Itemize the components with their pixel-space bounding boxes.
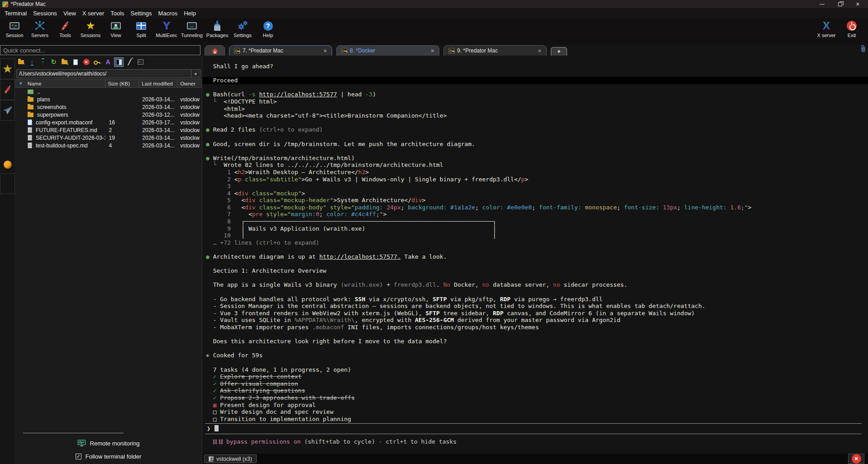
gear-icon bbox=[237, 20, 248, 32]
panel-toggle-icon[interactable] bbox=[114, 58, 123, 66]
window-title: *Predator Mac bbox=[11, 1, 46, 7]
packages-button[interactable]: Packages bbox=[205, 20, 230, 38]
tab-7-predator-mac[interactable]: 7. *Predator Mac ✕ bbox=[229, 45, 332, 56]
refresh-icon[interactable]: ↻ bbox=[49, 58, 58, 66]
folder-up-icon bbox=[28, 90, 33, 94]
new-tab-button[interactable]: + bbox=[551, 47, 567, 56]
checkbox-checked-icon: ✓ bbox=[76, 454, 81, 459]
menu-sessions[interactable]: Sessions bbox=[30, 9, 60, 18]
tunneling-button[interactable]: ↔ Tunneling bbox=[179, 20, 205, 38]
key-icon bbox=[448, 48, 454, 54]
file-row[interactable]: FUTURE-FEATURES.md22026-03-14...vstockw bbox=[15, 126, 202, 134]
remote-monitoring-button[interactable]: Remote monitoring bbox=[15, 440, 202, 447]
settings-button[interactable]: Settings bbox=[230, 20, 255, 38]
menu-tools[interactable]: Tools bbox=[107, 9, 127, 18]
column-owner[interactable]: Owner bbox=[177, 80, 202, 87]
app-window: *Predator Mac ✕ Terminal Sessions View X… bbox=[0, 0, 868, 464]
file-md-icon bbox=[28, 135, 32, 141]
follow-terminal-folder-checkbox[interactable]: ✓ Follow terminal folder bbox=[15, 453, 202, 460]
kill-session-button[interactable]: ✕ bbox=[848, 454, 864, 464]
multiexec-button[interactable]: Y MultiExec bbox=[154, 20, 179, 38]
split-icon bbox=[136, 22, 146, 30]
download-icon[interactable]: ↓ bbox=[28, 58, 36, 66]
paperclip-icon[interactable] bbox=[860, 45, 866, 55]
path-bar[interactable]: /Users/vstockwell/repos/wraith/docs/ ▾ bbox=[16, 69, 200, 78]
menu-terminal[interactable]: Terminal bbox=[1, 9, 30, 18]
exit-button[interactable]: Exit bbox=[839, 20, 864, 38]
prompt-input[interactable]: ❯ bbox=[205, 423, 862, 434]
tab-close-icon[interactable]: ✕ bbox=[431, 48, 434, 53]
folder-icon bbox=[28, 97, 33, 102]
wand-icon[interactable]: ╱* bbox=[125, 58, 134, 66]
tab-8-docker[interactable]: 8. *Docker ✕ bbox=[336, 45, 439, 56]
tab-close-icon[interactable]: ✕ bbox=[324, 48, 327, 53]
tab-9-predator-mac[interactable]: 9. *Predator Mac ✕ bbox=[444, 45, 547, 56]
delete-icon[interactable]: ✕ bbox=[82, 58, 91, 66]
remote-monitoring-icon bbox=[77, 440, 86, 447]
close-icon[interactable]: ✕ bbox=[856, 2, 860, 7]
x-server-button[interactable]: X X server bbox=[814, 20, 839, 38]
tab-home[interactable] bbox=[205, 45, 225, 56]
file-row[interactable]: superpowers2026-03-12...vstockw bbox=[15, 111, 202, 118]
tab-close-icon[interactable]: ✕ bbox=[538, 48, 542, 53]
session-status-tab[interactable]: vstockwell (x3) bbox=[204, 455, 257, 463]
new-file-icon[interactable] bbox=[71, 58, 80, 66]
file-conf-icon bbox=[28, 119, 32, 125]
cursor bbox=[215, 425, 219, 431]
tools-knife-icon[interactable] bbox=[0, 79, 15, 100]
menu-bar: Terminal Sessions View X server Tools Se… bbox=[0, 8, 868, 18]
servers-icon bbox=[34, 20, 46, 32]
file-row[interactable]: SECURITY-AUDIT-2026-03-1...192026-03-14.… bbox=[15, 134, 202, 142]
sessions-button[interactable]: ★ Sessions bbox=[78, 20, 103, 38]
column-name[interactable]: ▼Name bbox=[15, 80, 105, 87]
user-icon bbox=[209, 456, 214, 462]
menu-macros[interactable]: Macros bbox=[155, 9, 181, 18]
globe-icon[interactable] bbox=[4, 161, 12, 169]
session-button[interactable]: Session bbox=[2, 20, 27, 38]
home-icon bbox=[212, 48, 218, 54]
packages-icon bbox=[211, 20, 223, 32]
split-button[interactable]: Split bbox=[129, 20, 154, 38]
new-folder-icon[interactable]: + bbox=[60, 58, 69, 66]
power-icon bbox=[847, 21, 857, 31]
paper-plane-icon[interactable] bbox=[0, 100, 15, 121]
folder-upload-icon[interactable]: ↑ bbox=[17, 58, 25, 66]
pause-icon bbox=[213, 440, 223, 444]
status-bar: vstockwell (x3) ✕ bbox=[202, 454, 868, 464]
menu-help[interactable]: Help bbox=[181, 9, 199, 18]
menu-view[interactable]: View bbox=[60, 9, 79, 18]
file-row[interactable]: plans2026-03-14...vstockw bbox=[15, 95, 202, 103]
sort-icon: ▼ bbox=[19, 81, 23, 86]
help-button[interactable]: ? Help bbox=[255, 20, 281, 38]
terminal-output[interactable]: Shall I go ahead? Proceed ● Bash(curl -s… bbox=[202, 56, 868, 422]
multiexec-icon: Y bbox=[163, 20, 171, 32]
tab-bar: 7. *Predator Mac ✕ 8. *Docker ✕ 9. *Pred… bbox=[205, 45, 571, 56]
title-bar: *Predator Mac ✕ bbox=[0, 0, 868, 8]
column-modified[interactable]: Last modified bbox=[139, 80, 177, 87]
restore-icon[interactable] bbox=[838, 2, 842, 6]
file-row[interactable]: test-buildout-spec.md42026-03-14...vstoc… bbox=[15, 142, 202, 149]
key-icon bbox=[341, 48, 347, 54]
tunneling-icon: ↔ bbox=[187, 22, 197, 29]
tools-button[interactable]: Tools bbox=[52, 20, 78, 38]
font-icon[interactable]: A bbox=[104, 58, 112, 66]
key-icon[interactable] bbox=[93, 58, 101, 66]
terminal-icon[interactable]: › bbox=[136, 58, 145, 66]
favorites-star-icon[interactable]: ★ bbox=[0, 58, 15, 79]
menu-x-server[interactable]: X server bbox=[79, 9, 107, 18]
menu-settings[interactable]: Settings bbox=[128, 9, 155, 18]
file-row[interactable]: screenshots2026-03-14...vstockw bbox=[15, 103, 202, 111]
file-row[interactable]: config-export.mobaconf162026-03-17...vst… bbox=[15, 118, 202, 126]
quick-connect-input[interactable] bbox=[0, 45, 200, 55]
path-dropdown-icon[interactable]: ▾ bbox=[191, 70, 200, 78]
view-button[interactable]: View bbox=[103, 20, 129, 38]
star-icon: ★ bbox=[86, 20, 95, 31]
key-icon bbox=[234, 48, 240, 54]
servers-button[interactable]: Servers bbox=[27, 20, 52, 38]
app-icon bbox=[2, 1, 8, 7]
file-row[interactable]: .. bbox=[15, 88, 202, 95]
column-size[interactable]: Size (KB) bbox=[105, 80, 139, 87]
upload-icon[interactable]: ↑ bbox=[38, 58, 47, 66]
session-icon bbox=[10, 22, 19, 29]
minimize-icon[interactable] bbox=[820, 4, 825, 5]
